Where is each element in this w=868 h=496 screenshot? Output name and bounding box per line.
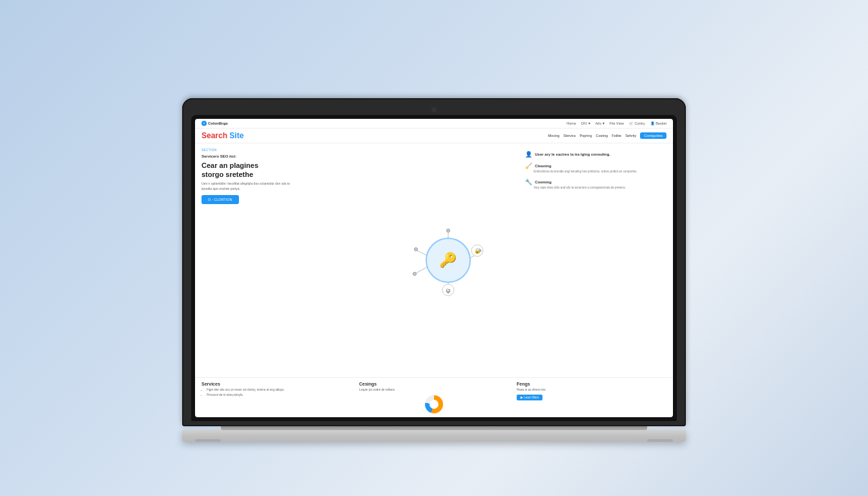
bottom-col-fengs: Fengs Rewa in as ofrece tme ▶ Learn More bbox=[517, 382, 666, 413]
nav-slervics[interactable]: Slervics bbox=[563, 134, 575, 138]
site-title: Search Site bbox=[202, 131, 243, 140]
laptop-foot-right bbox=[647, 439, 673, 442]
laptop: ● ColonBrga Home DIV ▾ Adv ▾ File View 🛒… bbox=[182, 98, 686, 442]
feature-item-3: 🔧 Coeming Vary ixpie does dolo and iofy … bbox=[525, 179, 666, 190]
bottom-service-2: Pnroocot de itr-ottov,istmyla. bbox=[207, 393, 351, 398]
feature-icon-cleaning: 🧹 bbox=[525, 163, 532, 169]
feature-item-1: 👤 User ary le sacires la tra lging consu… bbox=[525, 151, 666, 158]
top-nav-contry[interactable]: 🛒 Contry bbox=[629, 121, 645, 125]
feature-title-2: Cleaning bbox=[535, 164, 551, 168]
bottom-service-1: Figer eler atts ocs un ersen cal clarivy… bbox=[207, 388, 351, 393]
top-bar: ● ColonBrga Home DIV ▾ Adv ▾ File View 🛒… bbox=[195, 119, 673, 129]
hero-title-line1: Cear an plagines bbox=[202, 161, 258, 169]
top-nav-div[interactable]: DIV ▾ bbox=[581, 121, 590, 125]
website: ● ColonBrga Home DIV ▾ Adv ▾ File View 🛒… bbox=[195, 119, 673, 418]
hero-title-line2: storgo sretethe bbox=[202, 170, 253, 178]
top-nav-basket[interactable]: 👤 Basket bbox=[650, 121, 666, 125]
bottom-title-fengs: Fengs bbox=[517, 382, 666, 386]
bottom-text-services: Figer eler atts ocs un ersen cal clarivy… bbox=[202, 388, 351, 398]
diagram-key-icon: 🔑 bbox=[439, 252, 457, 269]
diagram-center-icon: 🔑 bbox=[426, 238, 471, 283]
feature-top-3: 🔧 Coeming bbox=[525, 179, 666, 185]
hero-left: SECTION Servicers SEO itct: Cear an plag… bbox=[202, 149, 371, 373]
logo-area: ● ColonBrga bbox=[202, 121, 228, 126]
bottom-text-cesings: Losper pix sodre de rellsers bbox=[359, 388, 509, 393]
donut-chart-container bbox=[359, 395, 509, 413]
hero-center-diagram: 🔒 🗂 🔑 bbox=[378, 149, 519, 373]
hero-subtitle: Servicers SEO itct: bbox=[202, 154, 371, 158]
hero-tag: SECTION bbox=[202, 149, 371, 152]
bottom-col-services: Services Figer eler atts ocs un ersen ca… bbox=[202, 382, 351, 413]
laptop-foot-left bbox=[195, 439, 221, 442]
laptop-screen: ● ColonBrga Home DIV ▾ Adv ▾ File View 🛒… bbox=[195, 119, 673, 418]
bottom-text-fengs: Rewa in as ofrece tme bbox=[517, 388, 666, 393]
feature-top-2: 🧹 Cleaning bbox=[525, 163, 666, 169]
feature-icon-coeming: 🔧 bbox=[525, 179, 532, 185]
screen-bezel: ● ColonBrga Home DIV ▾ Adv ▾ File View 🛒… bbox=[191, 115, 677, 422]
nav-popring[interactable]: Popring bbox=[580, 134, 592, 138]
feature-desc-2: Embrofotras ita itronide angl istcaling … bbox=[525, 170, 666, 174]
bottom-title-cesings: Cesings bbox=[359, 382, 509, 386]
laptop-camera bbox=[431, 107, 437, 112]
site-title-site: Site bbox=[227, 131, 243, 140]
scene: ● ColonBrga Home DIV ▾ Adv ▾ File View 🛒… bbox=[143, 54, 725, 442]
laptop-lid: ● ColonBrga Home DIV ▾ Adv ▾ File View 🛒… bbox=[182, 98, 686, 427]
nav-mocing[interactable]: Mocing bbox=[548, 134, 560, 138]
top-nav-fileview[interactable]: File View bbox=[610, 121, 624, 125]
svg-point-7 bbox=[414, 247, 417, 251]
main-nav: Search Site Mocing Slervics Popring Cost… bbox=[195, 129, 673, 143]
hero-cta-button[interactable]: O - CLORTION bbox=[202, 195, 239, 204]
feature-top-1: 👤 User ary le sacires la tra lging consu… bbox=[525, 151, 666, 158]
nav-links: Mocing Slervics Popring Costing Fotlite … bbox=[548, 132, 666, 139]
diagram: 🔒 🗂 🔑 bbox=[409, 222, 487, 299]
nav-costing[interactable]: Costing bbox=[595, 134, 608, 138]
bottom-section: Services Figer eler atts ocs un ersen ca… bbox=[195, 377, 673, 417]
logo-icon: ● bbox=[202, 121, 207, 126]
hero-section: SECTION Servicers SEO itct: Cear an plag… bbox=[195, 143, 673, 378]
svg-point-6 bbox=[446, 229, 450, 232]
hero-title: Cear an plagines storgo sretethe bbox=[202, 161, 371, 180]
feature-title-1: User ary le sacires la tra lging consuli… bbox=[535, 152, 610, 156]
donut-chart bbox=[425, 395, 443, 413]
hero-right-features: 👤 User ary le sacires la tra lging consu… bbox=[525, 149, 666, 373]
site-title-search: Search bbox=[202, 131, 227, 140]
bottom-col-cesings: Cesings Losper pix sodre de rellsers bbox=[359, 382, 509, 413]
svg-point-8 bbox=[413, 272, 416, 275]
top-nav-adv[interactable]: Adv ▾ bbox=[595, 121, 604, 125]
nav-sehrity[interactable]: Sehrity bbox=[625, 134, 636, 138]
laptop-base bbox=[182, 430, 686, 442]
feature-item-2: 🧹 Cleaning Embrofotras ita itronide angl… bbox=[525, 163, 666, 174]
logo-text: ColonBrga bbox=[208, 121, 228, 125]
feature-icon-user: 👤 bbox=[525, 151, 532, 158]
feature-title-3: Coeming bbox=[535, 180, 552, 184]
hero-description: Uen n optionibile i tecofitat afegripla … bbox=[202, 181, 292, 191]
bottom-title-services: Services bbox=[202, 382, 351, 386]
nav-fotlite[interactable]: Fotlite bbox=[612, 134, 621, 138]
bottom-cta-button[interactable]: ▶ Learn More bbox=[517, 395, 542, 400]
feature-desc-3: Vary ixpie does dolo and iofy la eocenor… bbox=[525, 186, 666, 190]
top-nav: Home DIV ▾ Adv ▾ File View 🛒 Contry 👤 Ba… bbox=[566, 121, 666, 125]
top-nav-home[interactable]: Home bbox=[566, 121, 576, 125]
nav-cta-button[interactable]: Contiguities bbox=[640, 132, 666, 139]
